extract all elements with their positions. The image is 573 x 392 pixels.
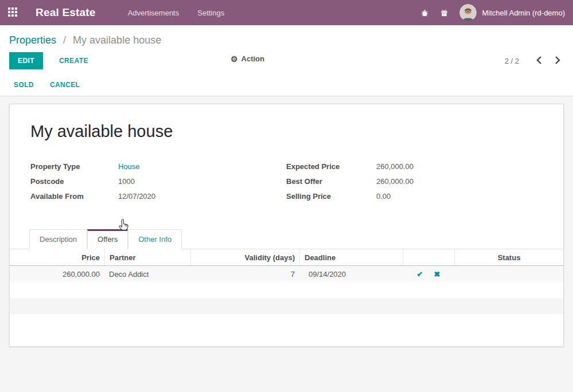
field-value: 1000 xyxy=(118,177,135,186)
field-group-right: Expected Price 260,000.00 Best Offer 260… xyxy=(286,162,543,207)
edit-button[interactable]: EDIT xyxy=(9,52,43,69)
column-header-deadline[interactable]: Deadline xyxy=(299,249,403,265)
field-label: Property Type xyxy=(30,162,118,171)
offers-list: Price Partner Validity (days) Deadline S… xyxy=(10,249,563,330)
gift-icon[interactable] xyxy=(440,8,449,17)
tab-other-info[interactable]: Other Info xyxy=(128,229,182,249)
create-button[interactable]: CREATE xyxy=(56,56,92,65)
statusbar: SOLD CANCEL xyxy=(0,77,573,96)
breadcrumb-current: My available house xyxy=(73,34,161,46)
refuse-offer-icon[interactable]: ✖ xyxy=(434,270,441,279)
menu-settings[interactable]: Settings xyxy=(188,1,233,25)
field-label: Best Offer xyxy=(286,177,376,186)
accept-offer-icon[interactable]: ✔ xyxy=(417,270,423,279)
field-best-offer: Best Offer 260,000.00 xyxy=(286,177,543,186)
top-navbar: Real Estate Advertisements Settings xyxy=(0,0,573,25)
tab-offers[interactable]: Offers xyxy=(87,229,128,249)
empty-row xyxy=(10,314,563,330)
field-expected-price: Expected Price 260,000.00 xyxy=(286,162,543,171)
pager-value: 2 / 2 xyxy=(505,57,519,65)
sold-button[interactable]: SOLD xyxy=(14,81,34,89)
chevron-left-icon xyxy=(536,56,542,64)
offer-row[interactable]: 260,000.00 Deco Addict 7 09/14/2020 ✔ ✖ xyxy=(10,266,563,282)
top-menu-bar: Advertisements Settings xyxy=(119,1,234,25)
breadcrumb: Properties / My available house xyxy=(0,25,573,51)
column-header-validity[interactable]: Validity (days) xyxy=(190,249,299,265)
column-header-price[interactable]: Price xyxy=(10,249,104,265)
field-label: Expected Price xyxy=(286,162,376,171)
offer-actions: ✔ ✖ xyxy=(403,270,454,279)
offers-list-header: Price Partner Validity (days) Deadline S… xyxy=(10,249,563,266)
offer-validity: 7 xyxy=(190,270,299,279)
control-panel: EDIT CREATE ⚙ Action 2 / 2 xyxy=(0,51,573,77)
column-header-actions xyxy=(403,249,454,265)
tab-description[interactable]: Description xyxy=(29,229,87,249)
field-value: 0.00 xyxy=(376,192,391,201)
field-value: 260,000.00 xyxy=(376,177,414,186)
apps-grid-icon[interactable] xyxy=(8,7,18,18)
pager-previous-button[interactable] xyxy=(533,55,545,67)
field-property-type: Property Type House xyxy=(30,162,286,171)
action-label: Action xyxy=(241,54,264,63)
pager-next-button[interactable] xyxy=(551,55,564,67)
field-groups: Property Type House Postcode 1000 Availa… xyxy=(30,162,543,207)
action-menu[interactable]: ⚙ Action xyxy=(231,54,264,63)
offer-deadline: 09/14/2020 xyxy=(299,270,403,279)
content-area: My available house Property Type House P… xyxy=(0,96,573,354)
field-selling-price: Selling Price 0.00 xyxy=(286,192,543,201)
field-value: 260,000.00 xyxy=(376,162,414,171)
empty-row xyxy=(10,298,563,314)
field-label: Postcode xyxy=(30,177,118,186)
field-postcode: Postcode 1000 xyxy=(30,177,286,186)
pager: 2 / 2 xyxy=(505,55,564,67)
user-menu[interactable]: Mitchell Admin (rd-demo) xyxy=(482,9,566,17)
field-value: 12/07/2020 xyxy=(118,192,155,201)
breadcrumb-separator: / xyxy=(63,34,66,46)
user-avatar[interactable] xyxy=(459,4,477,21)
record-title: My available house xyxy=(30,104,543,141)
column-header-status[interactable]: Status xyxy=(454,249,563,265)
property-type-link[interactable]: House xyxy=(118,162,140,171)
menu-advertisements[interactable]: Advertisements xyxy=(119,1,189,25)
offer-price: 260,000.00 xyxy=(10,270,104,279)
cancel-button[interactable]: CANCEL xyxy=(50,81,80,89)
chevron-right-icon xyxy=(555,56,560,64)
notebook: Description Offers Other Info Price Part… xyxy=(10,229,563,330)
field-group-left: Property Type House Postcode 1000 Availa… xyxy=(30,162,286,207)
topbar-right: Mitchell Admin (rd-demo) xyxy=(420,4,566,21)
app-name[interactable]: Real Estate xyxy=(36,6,96,19)
gear-icon: ⚙ xyxy=(231,55,238,63)
field-label: Available From xyxy=(30,192,118,201)
bug-icon[interactable] xyxy=(420,8,430,17)
form-sheet: My available house Property Type House P… xyxy=(9,104,564,347)
breadcrumb-parent-link[interactable]: Properties xyxy=(9,34,56,46)
tab-bar: Description Offers Other Info xyxy=(10,229,563,249)
offer-partner: Deco Addict xyxy=(104,270,190,279)
field-label: Selling Price xyxy=(286,192,376,201)
empty-row xyxy=(10,282,563,298)
field-available-from: Available From 12/07/2020 xyxy=(30,192,286,201)
column-header-partner[interactable]: Partner xyxy=(104,249,190,265)
